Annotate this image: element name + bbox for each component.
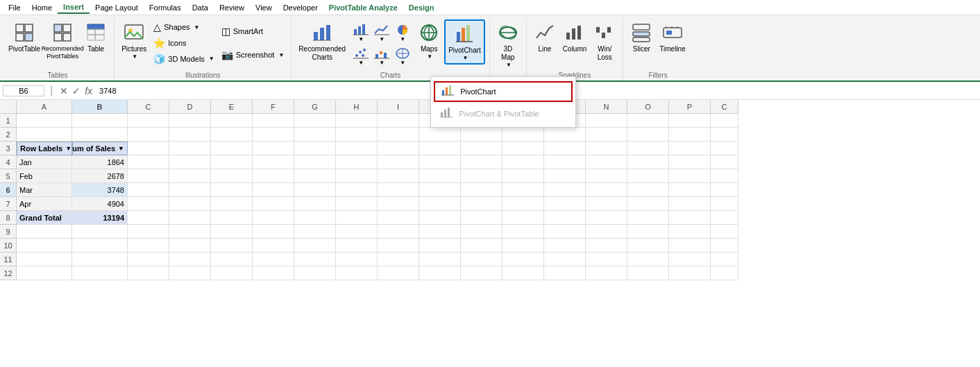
cell-p3[interactable] (669, 142, 711, 155)
cell-g3[interactable] (294, 142, 336, 155)
cell-f1[interactable] (253, 114, 294, 128)
cell-b10[interactable] (72, 239, 128, 253)
cell-d12[interactable] (169, 266, 211, 280)
cell-q12[interactable] (711, 266, 738, 280)
cell-c7[interactable] (128, 197, 169, 211)
cell-d10[interactable] (169, 239, 211, 253)
cell-e7[interactable] (211, 197, 253, 211)
dropdown-pivotchart-item[interactable]: PivotChart (434, 81, 573, 102)
cell-j9[interactable] (419, 225, 461, 239)
cell-o3[interactable] (627, 142, 669, 155)
cell-l7[interactable] (502, 197, 544, 211)
cross-icon[interactable]: ✕ (60, 85, 68, 96)
cell-k8[interactable] (461, 211, 502, 225)
line-sparkline-button[interactable]: Line (531, 19, 559, 56)
cell-d11[interactable] (169, 253, 211, 266)
cell-i10[interactable] (378, 239, 419, 253)
line-chart-button[interactable]: ▼ (372, 22, 391, 44)
cell-j10[interactable] (419, 239, 461, 253)
cell-a1[interactable] (17, 114, 72, 128)
cell-b1[interactable] (72, 114, 128, 128)
cell-i8[interactable] (378, 211, 419, 225)
cell-h7[interactable] (336, 197, 378, 211)
cell-q5[interactable] (711, 169, 738, 183)
cell-o1[interactable] (627, 114, 669, 128)
cell-n12[interactable] (586, 266, 627, 280)
cell-a3[interactable]: Row Labels ▼ (17, 142, 72, 155)
cell-m8[interactable] (544, 211, 586, 225)
cell-j7[interactable] (419, 197, 461, 211)
cell-l10[interactable] (502, 239, 544, 253)
cell-j6[interactable] (419, 183, 461, 197)
cell-j4[interactable] (419, 155, 461, 169)
cell-f11[interactable] (253, 253, 294, 266)
cell-e8[interactable] (211, 211, 253, 225)
cell-a4[interactable]: Jan (17, 155, 72, 169)
cell-e2[interactable] (211, 128, 253, 142)
cell-k10[interactable] (461, 239, 502, 253)
cell-o5[interactable] (627, 169, 669, 183)
cell-j12[interactable] (419, 266, 461, 280)
cell-k12[interactable] (461, 266, 502, 280)
cell-h3[interactable] (336, 142, 378, 155)
cell-m4[interactable] (544, 155, 586, 169)
cell-q10[interactable] (711, 239, 738, 253)
cell-o6[interactable] (627, 183, 669, 197)
cell-a12[interactable] (17, 266, 72, 280)
cell-i4[interactable] (378, 155, 419, 169)
cell-g4[interactable] (294, 155, 336, 169)
recommended-pivottables-button[interactable]: RecommendedPivotTables (44, 19, 81, 62)
timeline-button[interactable]: Timeline (657, 19, 688, 56)
cell-a6[interactable]: Mar (17, 183, 72, 197)
table-button[interactable]: Table (82, 19, 110, 56)
cell-o8[interactable] (627, 211, 669, 225)
menu-pagelayout[interactable]: Page Layout (90, 2, 144, 13)
cell-c3[interactable] (128, 142, 169, 155)
cell-a11[interactable] (17, 253, 72, 266)
cell-b8[interactable]: 13194 (72, 211, 128, 225)
cell-d4[interactable] (169, 155, 211, 169)
cell-f2[interactable] (253, 128, 294, 142)
cell-p10[interactable] (669, 239, 711, 253)
cell-n5[interactable] (586, 169, 627, 183)
cell-n8[interactable] (586, 211, 627, 225)
cell-i9[interactable] (378, 225, 419, 239)
cell-n10[interactable] (586, 239, 627, 253)
filter-arrow-a3[interactable]: ▼ (65, 145, 71, 152)
cell-q2[interactable] (711, 128, 738, 142)
cell-l8[interactable] (502, 211, 544, 225)
pie-chart-button[interactable]: ▼ (393, 22, 412, 44)
cell-b4[interactable]: 1864 (72, 155, 128, 169)
cell-d6[interactable] (169, 183, 211, 197)
cell-h9[interactable] (336, 225, 378, 239)
cell-n2[interactable] (586, 128, 627, 142)
menu-view[interactable]: View (250, 2, 278, 13)
cell-p2[interactable] (669, 128, 711, 142)
cell-k3[interactable] (461, 142, 502, 155)
waterfall-chart-button[interactable]: ▼ (372, 46, 391, 67)
cell-o11[interactable] (627, 253, 669, 266)
3dmap-button[interactable]: 3DMap ▼ (494, 19, 522, 70)
cell-f6[interactable] (253, 183, 294, 197)
cell-c8[interactable] (128, 211, 169, 225)
slicer-button[interactable]: Slicer (627, 19, 655, 56)
cell-e4[interactable] (211, 155, 253, 169)
dropdown-pivotchart-table-item[interactable]: PivotChart & PivotTable (431, 103, 575, 124)
cell-f9[interactable] (253, 225, 294, 239)
cell-e11[interactable] (211, 253, 253, 266)
cell-i11[interactable] (378, 253, 419, 266)
cell-f10[interactable] (253, 239, 294, 253)
cell-d2[interactable] (169, 128, 211, 142)
cell-n7[interactable] (586, 197, 627, 211)
cell-h8[interactable] (336, 211, 378, 225)
cell-c11[interactable] (128, 253, 169, 266)
cell-m9[interactable] (544, 225, 586, 239)
cell-i5[interactable] (378, 169, 419, 183)
cell-l5[interactable] (502, 169, 544, 183)
cell-p6[interactable] (669, 183, 711, 197)
cell-g9[interactable] (294, 225, 336, 239)
cell-h5[interactable] (336, 169, 378, 183)
cell-c4[interactable] (128, 155, 169, 169)
cell-f8[interactable] (253, 211, 294, 225)
cell-n3[interactable] (586, 142, 627, 155)
